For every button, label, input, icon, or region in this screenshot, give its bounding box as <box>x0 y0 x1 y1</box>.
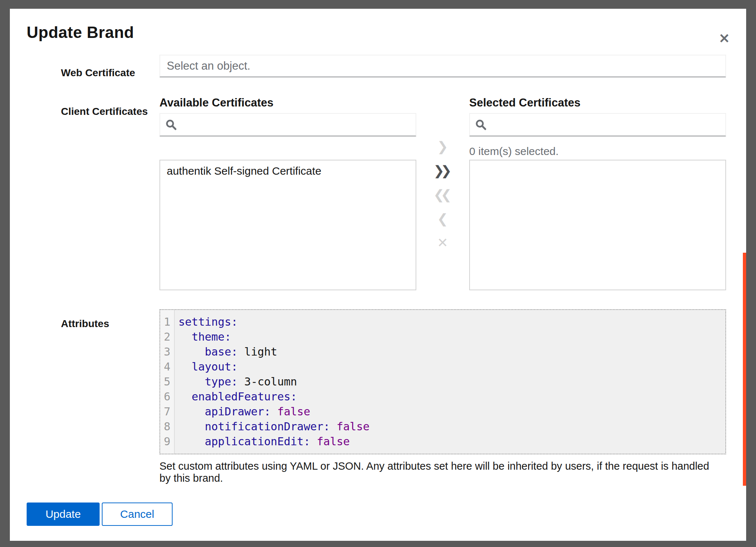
modal-title: Update Brand <box>27 23 134 42</box>
code-line-number: 2 <box>160 329 174 344</box>
attributes-code-editor[interactable]: 123456789 settings: theme: base: light l… <box>159 309 726 454</box>
selected-search-box <box>469 113 726 136</box>
close-icon[interactable]: ✕ <box>713 28 735 50</box>
code-line-number: 8 <box>160 419 174 434</box>
code-line: theme: <box>178 329 725 344</box>
available-certificate-item[interactable]: authentik Self-signed Certificate <box>160 160 416 182</box>
page-scrollbar-thumb[interactable] <box>743 253 746 486</box>
transfer-buttons: ❯❯❯❮❮❮✕ <box>428 137 457 252</box>
code-content[interactable]: settings: theme: base: light layout: typ… <box>175 310 725 454</box>
code-line-numbers: 123456789 <box>160 310 175 454</box>
code-line: apiDrawer: false <box>178 404 725 419</box>
web-certificate-select[interactable] <box>159 55 726 77</box>
client-certificates-label: Client Certificates <box>61 106 148 117</box>
remove-selected-button[interactable]: ✕ <box>432 233 454 252</box>
selected-certificates-list <box>469 160 726 290</box>
code-line: layout: <box>178 359 725 374</box>
search-icon <box>475 119 487 131</box>
selected-status: 0 item(s) selected. <box>469 145 559 158</box>
selected-certificates-title: Selected Certificates <box>469 96 580 109</box>
web-certificate-label: Web Certificate <box>61 67 135 79</box>
code-line-number: 7 <box>160 404 174 419</box>
move-selected-left-button[interactable]: ❮ <box>432 209 454 228</box>
code-line: base: light <box>178 344 725 359</box>
update-button[interactable]: Update <box>27 503 100 526</box>
available-certificates-list: authentik Self-signed Certificate <box>159 160 416 290</box>
code-line-number: 4 <box>160 359 174 374</box>
update-brand-modal: Update Brand ✕ Web Certificate Client Ce… <box>10 9 746 541</box>
code-line-number: 1 <box>160 314 174 329</box>
available-certificates-title: Available Certificates <box>159 96 273 109</box>
cancel-button[interactable]: Cancel <box>102 503 173 526</box>
search-icon <box>165 119 177 131</box>
code-line: type: 3-column <box>178 374 725 389</box>
available-search-box <box>159 113 416 136</box>
attributes-help-text: Set custom attributes using YAML or JSON… <box>159 460 714 484</box>
move-selected-right-button[interactable]: ❯ <box>432 137 454 156</box>
available-search-input[interactable] <box>181 113 410 136</box>
code-line: notificationDrawer: false <box>178 419 725 434</box>
code-line: applicationEdit: false <box>178 434 725 449</box>
attributes-label: Attributes <box>61 318 109 330</box>
move-all-right-button[interactable]: ❯❯ <box>432 161 454 180</box>
code-line: settings: <box>178 314 725 329</box>
move-all-left-button[interactable]: ❮❮ <box>432 185 454 204</box>
code-line-number: 3 <box>160 344 174 359</box>
code-line: enabledFeatures: <box>178 389 725 404</box>
code-line-number: 5 <box>160 374 174 389</box>
page-backdrop: { "modal": { "title": "Update Brand", "c… <box>0 0 756 547</box>
selected-search-input[interactable] <box>491 113 720 136</box>
code-line-number: 9 <box>160 434 174 449</box>
code-line-number: 6 <box>160 389 174 404</box>
